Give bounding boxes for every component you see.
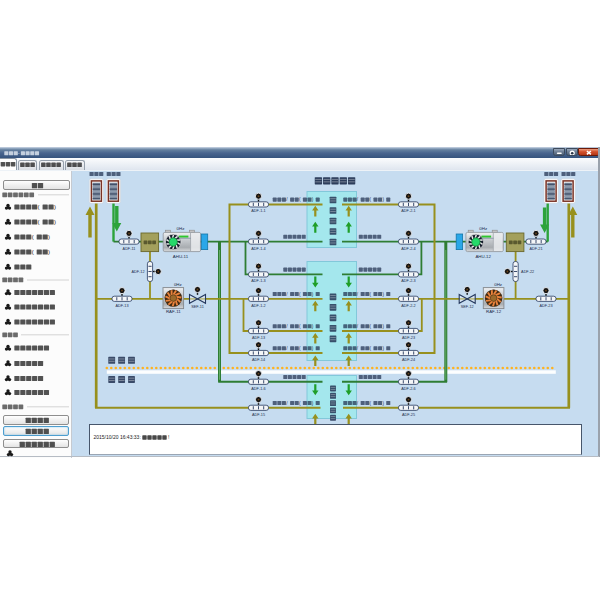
svg-text:2015/10/20 16:43:33:: 2015/10/20 16:43:33:: [93, 434, 140, 440]
svg-text:-: -: [18, 151, 20, 156]
svg-text:!: !: [168, 434, 169, 440]
